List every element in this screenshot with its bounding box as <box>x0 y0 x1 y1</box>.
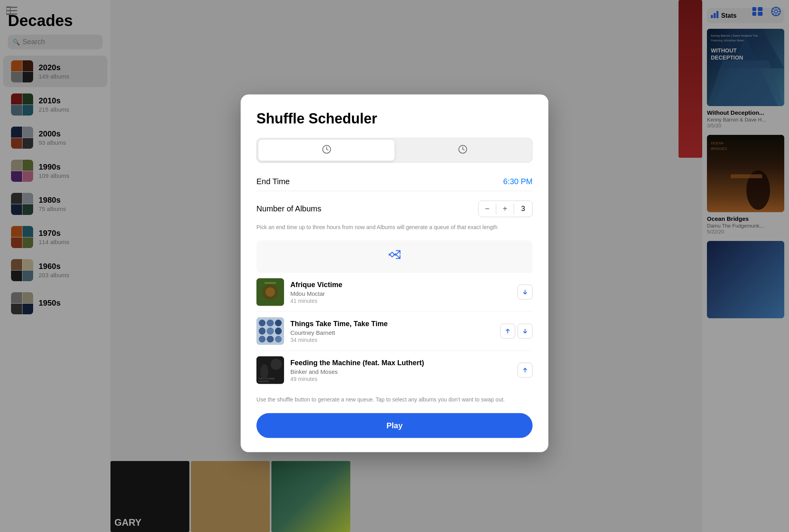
albums-label: Number of Albums <box>256 204 322 213</box>
hint-text: Pick an end time up to three hours from … <box>256 223 533 231</box>
album-actions-afrique <box>518 285 533 300</box>
stepper-decrease-button[interactable]: − <box>479 201 496 217</box>
modal-title: Shuffle Scheduler <box>256 110 533 127</box>
album-duration-afrique: 41 minutes <box>290 297 511 304</box>
svg-text:FEEDING: FEEDING <box>258 380 269 383</box>
album-info-feeding: Feeding the Machine (feat. Max Luthert) … <box>290 358 511 382</box>
album-list-item-things[interactable]: Things Take Time, Take Time Courtney Bar… <box>256 312 533 351</box>
svg-point-43 <box>265 287 275 297</box>
album-art-feeding: FEEDING THE MACHINE <box>256 357 284 384</box>
shuffle-scheduler-modal: Shuffle Scheduler End Time <box>241 94 548 452</box>
album-actions-feeding <box>518 363 533 378</box>
stepper-increase-button[interactable]: + <box>496 201 514 217</box>
album-art-afrique-victime <box>256 278 284 306</box>
album-list: Afrique Victime Mdou Moctar 41 minutes <box>256 273 533 390</box>
bottom-hint: Use the shuffle button to generate a new… <box>256 390 533 412</box>
shuffle-section <box>256 241 533 273</box>
album-list-item-afrique[interactable]: Afrique Victime Mdou Moctar 41 minutes <box>256 273 533 312</box>
album-duration-things: 34 minutes <box>290 336 494 343</box>
end-time-value[interactable]: 6:30 PM <box>503 177 533 186</box>
album-name-afrique: Afrique Victime <box>290 280 511 289</box>
play-button[interactable]: Play <box>256 413 533 438</box>
svg-line-37 <box>327 149 328 150</box>
move-up-button-things[interactable] <box>500 324 515 339</box>
album-artist-afrique: Mdou Moctar <box>290 290 511 297</box>
time-tab-1[interactable] <box>258 140 394 161</box>
svg-point-48 <box>271 359 282 370</box>
album-info-things: Things Take Time, Take Time Courtney Bar… <box>290 319 494 343</box>
svg-line-40 <box>463 149 464 150</box>
album-duration-feeding: 49 minutes <box>290 375 511 382</box>
time-tab-1-icon <box>322 144 331 156</box>
album-name-things: Things Take Time, Take Time <box>290 319 494 328</box>
album-artist-feeding: Binker and Moses <box>290 368 511 375</box>
move-down-button-afrique[interactable] <box>518 285 533 300</box>
stepper-value: 3 <box>514 205 532 213</box>
svg-rect-44 <box>264 282 276 284</box>
shuffle-icon[interactable] <box>387 250 402 263</box>
move-down-button-things[interactable] <box>518 324 533 339</box>
album-name-feeding: Feeding the Machine (feat. Max Luthert) <box>290 358 511 367</box>
time-tabs <box>256 138 533 162</box>
album-info-afrique: Afrique Victime Mdou Moctar 41 minutes <box>290 280 511 304</box>
svg-point-49 <box>260 364 268 380</box>
album-art-things <box>256 317 284 345</box>
time-tab-2[interactable] <box>394 140 531 161</box>
end-time-label: End Time <box>256 177 290 186</box>
end-time-row: End Time 6:30 PM <box>256 172 533 191</box>
albums-row: Number of Albums − + 3 <box>256 197 533 220</box>
action-row-things <box>500 324 533 339</box>
album-artist-things: Courtney Barnett <box>290 329 494 336</box>
time-tab-2-icon <box>458 144 467 156</box>
move-up-button-feeding[interactable] <box>518 363 533 378</box>
albums-stepper: − + 3 <box>478 200 533 217</box>
album-actions-things <box>500 324 533 339</box>
album-list-item-feeding[interactable]: FEEDING THE MACHINE Feeding the Machine … <box>256 351 533 390</box>
